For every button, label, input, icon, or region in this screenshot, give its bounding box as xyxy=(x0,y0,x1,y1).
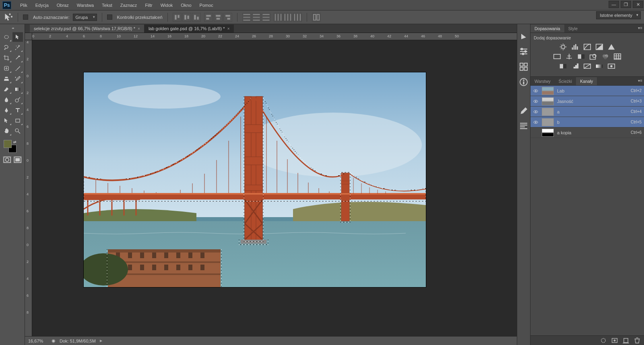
zoom-field[interactable]: 16,67% xyxy=(28,339,47,343)
dist-right-button[interactable] xyxy=(293,13,302,22)
threshold-icon[interactable] xyxy=(583,63,592,70)
rectangle-tool[interactable] xyxy=(12,116,23,125)
channel-row[interactable]: a kopiaCtrl+6 xyxy=(530,127,644,138)
type-tool[interactable] xyxy=(12,105,23,115)
align-hcenter-button[interactable] xyxy=(214,13,223,22)
auto-align-button[interactable] xyxy=(312,13,321,22)
delete-channel-icon[interactable] xyxy=(634,337,641,344)
info-panel-icon[interactable] xyxy=(519,77,528,87)
channel-mixer-icon[interactable] xyxy=(601,53,610,60)
brightness-contrast-icon[interactable] xyxy=(559,43,568,51)
dodge-tool[interactable] xyxy=(12,95,23,105)
photo-filter-icon[interactable] xyxy=(589,53,598,60)
invert-icon[interactable] xyxy=(559,63,568,70)
vertical-ruler[interactable]: 42024680246802468 xyxy=(25,40,32,345)
vibrance-icon[interactable] xyxy=(607,43,616,51)
dist-left-button[interactable] xyxy=(274,13,283,22)
brushes-panel-icon[interactable] xyxy=(519,106,528,116)
doc-info-menu[interactable]: ▶ xyxy=(100,339,102,343)
align-right-button[interactable] xyxy=(223,13,232,22)
new-channel-icon[interactable] xyxy=(622,337,630,344)
quick-mask-button[interactable] xyxy=(3,156,12,163)
horizontal-ruler[interactable]: 0246810121416182022242628303234363840424… xyxy=(32,33,517,40)
align-left-button[interactable] xyxy=(204,13,213,22)
curves-icon[interactable] xyxy=(583,43,592,51)
eyedropper-tool[interactable] xyxy=(12,53,23,63)
eraser-tool[interactable] xyxy=(1,84,12,94)
canvas[interactable] xyxy=(84,72,426,287)
maximize-button[interactable]: ❐ xyxy=(621,1,631,8)
auto-select-checkbox[interactable] xyxy=(23,14,28,20)
visibility-toggle-icon[interactable] xyxy=(533,88,539,94)
black-white-icon[interactable] xyxy=(577,53,586,60)
swatches-panel-icon[interactable] xyxy=(519,62,528,72)
path-selection-tool[interactable] xyxy=(1,116,12,125)
menu-warstwa[interactable]: Warstwa xyxy=(73,1,98,9)
paths-tab[interactable]: Ścieżki xyxy=(555,77,576,85)
channels-tab[interactable]: Kanały xyxy=(576,77,597,85)
visibility-toggle-icon[interactable] xyxy=(533,119,539,125)
exposure-icon[interactable] xyxy=(595,43,604,51)
marquee-tool[interactable] xyxy=(1,32,12,42)
transform-controls-checkbox[interactable] xyxy=(107,14,112,20)
zoom-tool[interactable] xyxy=(12,126,23,136)
dist-hcenter-button[interactable] xyxy=(283,13,292,22)
menu-widok[interactable]: Widok xyxy=(157,1,177,9)
workspace-dropdown[interactable]: Istotne elementy xyxy=(596,11,641,19)
close-tab-icon[interactable]: × xyxy=(138,27,140,31)
properties-panel-icon[interactable] xyxy=(519,47,528,56)
healing-brush-tool[interactable] xyxy=(1,64,12,73)
levels-icon[interactable] xyxy=(571,43,580,51)
align-bottom-button[interactable] xyxy=(192,13,201,22)
align-vcenter-button[interactable] xyxy=(182,13,191,22)
close-button[interactable]: ✕ xyxy=(633,1,643,8)
brush-tool[interactable] xyxy=(12,64,23,73)
minimize-button[interactable]: — xyxy=(609,1,619,8)
collapse-tools-button[interactable] xyxy=(1,26,23,31)
close-tab-icon[interactable]: × xyxy=(227,27,230,31)
color-lookup-icon[interactable] xyxy=(613,53,622,60)
save-selection-icon[interactable] xyxy=(611,337,618,344)
screen-mode-button[interactable] xyxy=(13,156,22,163)
channel-row[interactable]: LabCtrl+2 xyxy=(530,86,644,96)
document-tab[interactable]: selekcje zrzuty.psd @ 66,7% (Warstwa 17,… xyxy=(30,25,144,33)
gradient-tool[interactable] xyxy=(12,84,23,94)
move-tool[interactable] xyxy=(12,32,23,42)
ruler-origin[interactable] xyxy=(25,33,32,40)
color-balance-icon[interactable] xyxy=(565,53,574,60)
menu-zaznacz[interactable]: Zaznacz xyxy=(116,1,141,9)
menu-pomoc[interactable]: Pomoc xyxy=(196,1,217,9)
crop-tool[interactable] xyxy=(1,53,12,63)
posterize-icon[interactable] xyxy=(571,63,580,70)
color-swatches[interactable]: ⇄ xyxy=(1,139,23,153)
selective-color-icon[interactable] xyxy=(607,63,616,70)
visibility-toggle-icon[interactable] xyxy=(533,130,539,136)
panel-menu-icon[interactable]: ▾≡ xyxy=(638,26,642,30)
menu-obraz[interactable]: Obraz xyxy=(53,1,73,9)
dist-vcenter-button[interactable] xyxy=(252,13,261,22)
document-tab[interactable]: lab golden gate.psd @ 16,7% (Lab/8) *× xyxy=(144,25,234,33)
status-icon[interactable]: ◉ xyxy=(52,338,56,343)
blur-tool[interactable] xyxy=(1,95,12,105)
channel-row[interactable]: JasnośćCtrl+3 xyxy=(530,96,644,107)
adjustments-tab[interactable]: Dopasowania xyxy=(530,25,564,33)
swap-colors-icon[interactable]: ⇄ xyxy=(13,140,17,144)
menu-okno[interactable]: Okno xyxy=(177,1,195,9)
menu-tekst[interactable]: Tekst xyxy=(98,1,116,9)
magic-wand-tool[interactable] xyxy=(12,43,23,52)
menu-filtr[interactable]: Filtr xyxy=(141,1,156,9)
lasso-tool[interactable] xyxy=(1,43,12,52)
load-selection-icon[interactable] xyxy=(600,337,607,344)
paragraph-panel-icon[interactable] xyxy=(519,121,528,131)
history-brush-tool[interactable] xyxy=(12,74,23,84)
panel-menu-icon[interactable]: ▾≡ xyxy=(638,78,642,83)
align-top-button[interactable] xyxy=(173,13,182,22)
gradient-map-icon[interactable] xyxy=(595,63,604,70)
menu-plik[interactable]: Plik xyxy=(16,1,31,9)
visibility-toggle-icon[interactable] xyxy=(533,99,539,104)
clone-stamp-tool[interactable] xyxy=(1,74,12,84)
dist-bottom-button[interactable] xyxy=(262,13,270,22)
menu-edycja[interactable]: Edycja xyxy=(31,1,53,9)
auto-select-mode-dropdown[interactable]: Grupa xyxy=(73,14,97,21)
visibility-toggle-icon[interactable] xyxy=(533,109,539,115)
